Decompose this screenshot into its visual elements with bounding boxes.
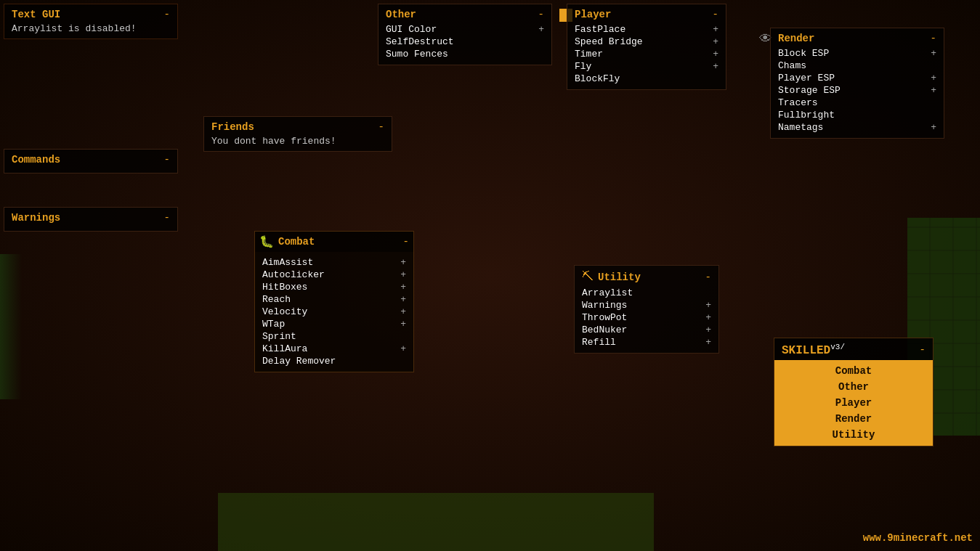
combat-item-wtap: WTap +: [262, 318, 406, 330]
skilled-version: v3/: [830, 343, 845, 351]
skilled-menu-utility[interactable]: Utility: [774, 427, 933, 443]
friends-panel: Friends - You dont have friends!: [203, 116, 392, 152]
render-panel: Render - Block ESP + Chams Player ESP + …: [770, 28, 944, 139]
player-title: Player: [575, 9, 611, 20]
warnings-panel: Warnings -: [4, 207, 178, 232]
utility-item-arraylist: Arraylist: [582, 287, 711, 299]
other-item-2: Sumo Fences: [386, 48, 544, 60]
render-item-nametags: Nametags +: [778, 121, 936, 134]
utility-title: Utility: [598, 272, 641, 283]
skilled-title: SKILLED: [782, 344, 830, 357]
block-left-decoration: [0, 254, 22, 399]
utility-item-bednuker: BedNuker +: [582, 324, 711, 336]
warnings-title: Warnings: [12, 212, 60, 224]
player-item-blockfly: BlockFly: [575, 73, 718, 85]
skilled-menu-render[interactable]: Render: [774, 411, 933, 427]
text-gui-collapse[interactable]: -: [164, 9, 170, 20]
player-item-speedbridge: Speed Bridge +: [575, 36, 718, 48]
player-panel: Player - FastPlace + Speed Bridge + Time…: [567, 4, 726, 90]
combat-collapse[interactable]: -: [403, 236, 409, 248]
friends-collapse[interactable]: -: [378, 121, 384, 133]
friends-title: Friends: [211, 121, 254, 133]
friends-message: You dont have friends!: [211, 136, 384, 147]
skilled-menu-player[interactable]: Player: [774, 395, 933, 411]
render-item-chams: Chams: [778, 60, 936, 72]
watermark: www.9minecraft.net: [863, 532, 973, 544]
commands-collapse[interactable]: -: [164, 154, 170, 166]
render-item-playeresp: Player ESP +: [778, 72, 936, 84]
combat-item-aimassist: AimAssist +: [262, 256, 406, 269]
render-item-storageesp: Storage ESP +: [778, 84, 936, 97]
warnings-collapse[interactable]: -: [164, 212, 170, 224]
skilled-collapse[interactable]: -: [920, 344, 926, 356]
wrench-icon: ⛏: [582, 270, 594, 284]
mc-blocks-bottom-decoration: [218, 493, 654, 551]
other-collapse[interactable]: -: [538, 9, 544, 20]
combat-title: Combat: [278, 236, 315, 248]
other-panel: Other - GUI Color + SelfDestruct Sumo Fe…: [378, 4, 552, 65]
utility-item-refill: Refill +: [582, 336, 711, 348]
utility-item-warnings: Warnings +: [582, 299, 711, 311]
skilled-menu-combat[interactable]: Combat: [774, 363, 933, 379]
commands-title: Commands: [12, 154, 60, 166]
other-item-0: GUI Color +: [386, 23, 544, 36]
utility-collapse[interactable]: -: [705, 272, 711, 283]
player-item-fly: Fly +: [575, 60, 718, 73]
render-item-blockesp: Block ESP +: [778, 47, 936, 60]
render-collapse[interactable]: -: [931, 33, 936, 44]
text-gui-title: Text GUI: [12, 9, 60, 20]
commands-panel: Commands -: [4, 149, 178, 174]
render-title: Render: [778, 33, 814, 44]
player-collapse[interactable]: -: [713, 9, 718, 20]
combat-panel: 🐛 Combat - AimAssist + Autoclicker + Hit…: [254, 231, 414, 372]
other-title: Other: [386, 9, 416, 20]
combat-item-delayremover: Delay Remover: [262, 355, 406, 367]
render-item-tracers: Tracers: [778, 97, 936, 109]
skilled-menu: Combat Other Player Render Utility: [774, 360, 933, 446]
combat-item-velocity: Velocity +: [262, 306, 406, 318]
player-item-timer: Timer +: [575, 48, 718, 60]
text-gui-panel: Text GUI - Arraylist is disabled!: [4, 4, 178, 39]
skilled-panel: SKILLEDv3/ - Combat Other Player Render …: [774, 338, 934, 446]
skilled-menu-other[interactable]: Other: [774, 379, 933, 395]
utility-panel: ⛏ Utility - Arraylist Warnings + ThrowPo…: [574, 265, 719, 354]
render-item-fullbright: Fullbright: [778, 109, 936, 121]
combat-item-autoclicker: Autoclicker +: [262, 269, 406, 281]
combat-item-hitboxes: HitBoxes +: [262, 281, 406, 293]
bug-icon: 🐛: [259, 234, 274, 249]
combat-item-sprint: Sprint: [262, 330, 406, 343]
other-item-1: SelfDestruct: [386, 36, 544, 48]
text-gui-subtitle: Arraylist is disabled!: [12, 23, 170, 34]
player-item-fastplace: FastPlace +: [575, 23, 718, 36]
combat-item-killaura: KillAura +: [262, 343, 406, 355]
utility-item-throwpot: ThrowPot +: [582, 311, 711, 324]
combat-item-reach: Reach +: [262, 293, 406, 306]
